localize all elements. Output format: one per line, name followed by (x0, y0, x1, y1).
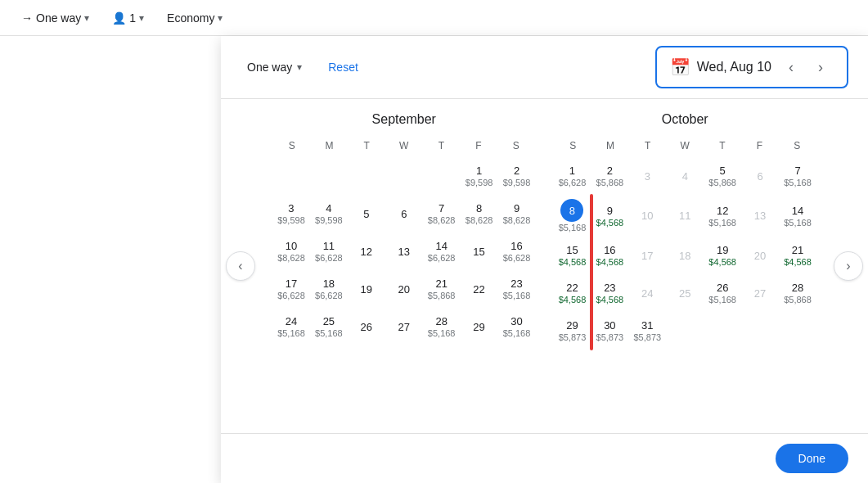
months-container: September S M T W T F S 1$9,5982$9,5983$… (260, 112, 829, 420)
october-title: October (555, 112, 816, 127)
prev-month-btn[interactable]: ‹ (226, 251, 255, 281)
cabin-class-label: Economy (167, 11, 214, 25)
table-row[interactable]: 14$5,168 (780, 196, 816, 236)
table-row[interactable]: 27 (742, 275, 778, 311)
table-row[interactable]: 6 (386, 196, 422, 232)
table-row[interactable]: 3$9,598 (273, 196, 309, 232)
table-row[interactable]: 25 (667, 275, 703, 311)
one-way-chevron: ▾ (297, 61, 302, 73)
table-row[interactable]: 30$5,168 (499, 309, 535, 345)
next-month-btn[interactable]: › (834, 251, 863, 281)
table-row[interactable]: 21$5,868 (424, 271, 460, 307)
table-row[interactable]: 17$6,628 (273, 271, 309, 307)
date-display: 📅 Wed, Aug 10 ‹ › (655, 46, 848, 88)
table-row[interactable]: 20 (386, 271, 422, 307)
table-row[interactable]: 28$5,868 (780, 275, 816, 311)
cabin-class-btn[interactable]: Economy ▾ (159, 7, 231, 29)
calendar-icon: 📅 (670, 57, 690, 77)
october-weekdays: S M T W T F S (555, 137, 816, 155)
table-row[interactable]: 25$5,168 (311, 309, 347, 345)
table-row[interactable]: 23$5,168 (499, 271, 535, 307)
table-row[interactable]: 5$5,868 (704, 158, 740, 194)
table-row[interactable]: 15 (461, 233, 497, 269)
table-row[interactable]: 19$4,568 (704, 237, 740, 273)
passengers-chevron: ▾ (139, 12, 144, 24)
oct-fri: F (741, 137, 779, 155)
sept-thu: T (423, 137, 461, 155)
table-row[interactable]: 17 (629, 237, 665, 273)
table-row[interactable]: 3 (629, 158, 665, 194)
sept-sun: S (273, 137, 311, 155)
table-row[interactable]: 1$6,628 (555, 158, 591, 194)
popup-header: One way ▾ Reset 📅 Wed, Aug 10 ‹ › (221, 36, 868, 99)
trip-type-btn[interactable]: → One way ▾ (13, 7, 97, 29)
table-row[interactable]: 12$5,168 (704, 196, 740, 236)
oct-sun: S (555, 137, 592, 155)
table-row[interactable]: 10$8,628 (273, 233, 309, 269)
table-row[interactable]: 16$4,568 (591, 237, 627, 273)
table-row[interactable]: 6 (742, 158, 778, 194)
table-row[interactable]: 27 (386, 309, 422, 345)
passengers-btn[interactable]: 👤 1 ▾ (104, 7, 152, 29)
table-row[interactable]: 4$9,598 (311, 196, 347, 232)
table-row[interactable]: 13 (386, 233, 422, 269)
table-row[interactable]: 26 (349, 309, 385, 345)
table-row[interactable]: 16$6,628 (499, 233, 535, 269)
top-bar: → One way ▾ 👤 1 ▾ Economy ▾ (0, 0, 868, 36)
table-row[interactable]: 19 (349, 271, 385, 307)
right-side-nav: › (829, 112, 868, 420)
table-row[interactable]: 8$5,168 (555, 196, 591, 236)
table-row[interactable]: 22$4,568 (555, 275, 591, 311)
table-row[interactable]: 20 (742, 237, 778, 273)
september-calendar: September S M T W T F S 1$9,5982$9,5983$… (273, 112, 535, 420)
table-row[interactable]: 4 (667, 158, 703, 194)
table-row[interactable]: 12 (349, 233, 385, 269)
one-way-dropdown[interactable]: One way ▾ (241, 56, 308, 79)
table-row (311, 158, 347, 194)
trip-type-label: One way (36, 11, 81, 25)
table-row[interactable]: 9$8,628 (499, 196, 535, 232)
table-row[interactable]: 5 (349, 196, 385, 232)
table-row[interactable]: 14$6,628 (424, 233, 460, 269)
table-row[interactable]: 2$5,868 (591, 158, 627, 194)
table-row[interactable]: 18$6,628 (311, 271, 347, 307)
table-row[interactable]: 22 (461, 271, 497, 307)
table-row[interactable]: 28$5,168 (424, 309, 460, 345)
table-row[interactable]: 8$8,628 (461, 196, 497, 232)
table-row (424, 158, 460, 194)
person-icon: 👤 (112, 11, 126, 25)
table-row[interactable]: 7$5,168 (780, 158, 816, 194)
done-button[interactable]: Done (776, 444, 848, 473)
table-row[interactable]: 10 (629, 196, 665, 236)
table-row[interactable]: 23$4,568 (591, 275, 627, 311)
table-row[interactable]: 2$9,598 (499, 158, 535, 194)
one-way-label: One way (247, 61, 292, 74)
table-row[interactable]: 11$6,628 (311, 233, 347, 269)
table-row[interactable]: 15$4,568 (555, 237, 591, 273)
table-row[interactable]: 31$5,873 (629, 313, 665, 349)
table-row[interactable]: 30$5,873 (591, 313, 627, 349)
table-row[interactable]: 24$5,168 (273, 309, 309, 345)
arrow-icon: → (21, 11, 33, 25)
table-row[interactable]: 29$5,873 (555, 313, 591, 349)
sept-sat: S (497, 137, 535, 155)
reset-button[interactable]: Reset (328, 61, 358, 74)
date-prev-btn[interactable]: ‹ (778, 54, 804, 80)
table-row[interactable]: 13 (742, 196, 778, 236)
september-title: September (273, 112, 535, 127)
date-nav: ‹ › (778, 54, 834, 80)
table-row[interactable]: 24 (629, 275, 665, 311)
table-row[interactable]: 18 (667, 237, 703, 273)
table-row[interactable]: 1$9,598 (461, 158, 497, 194)
table-row (386, 158, 422, 194)
table-row[interactable]: 21$4,568 (780, 237, 816, 273)
october-calendar: October S M T W T F S 1$6,6282$5,868345$… (555, 112, 816, 420)
table-row[interactable]: 7$8,628 (424, 196, 460, 232)
table-row[interactable]: 29 (461, 309, 497, 345)
october-days: 1$6,6282$5,868345$5,86867$5,1688$5,1689$… (555, 158, 816, 349)
date-next-btn[interactable]: › (807, 54, 834, 80)
sept-wed: W (385, 137, 423, 155)
table-row[interactable]: 26$5,168 (704, 275, 740, 311)
table-row[interactable]: 9$4,568 (591, 196, 627, 236)
table-row[interactable]: 11 (667, 196, 703, 236)
